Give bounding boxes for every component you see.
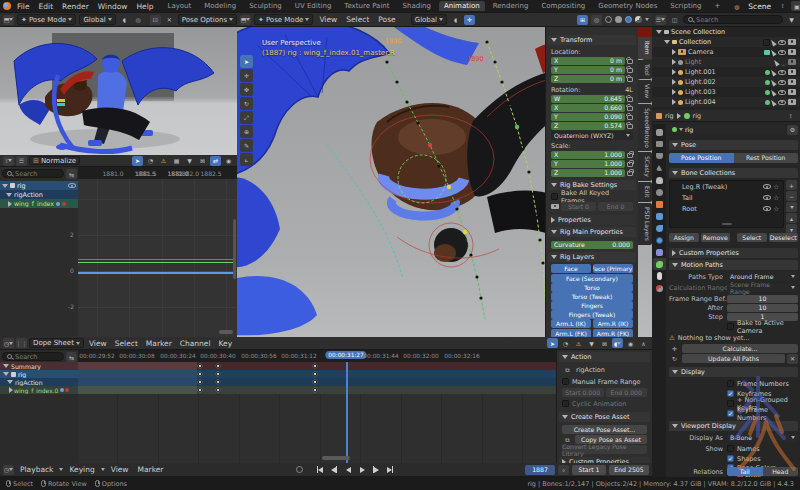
- selectable-icon[interactable]: [771, 78, 777, 86]
- menu-keying[interactable]: Keying: [66, 465, 97, 474]
- lock-icon[interactable]: [627, 97, 633, 102]
- lock-icon[interactable]: [627, 124, 633, 129]
- previous-keyframe-icon[interactable]: [329, 465, 340, 475]
- armature-id-selector[interactable]: rig: [669, 125, 785, 134]
- world-tab-icon[interactable]: [653, 186, 666, 198]
- pose-options-dropdown[interactable]: Pose Options: [178, 14, 237, 25]
- tool-move-icon[interactable]: ✜: [240, 83, 253, 96]
- menu-view[interactable]: View: [86, 339, 110, 348]
- proportional-icon[interactable]: ⊠: [599, 338, 610, 348]
- menu-window[interactable]: Window: [95, 2, 131, 11]
- selectable-icon[interactable]: [771, 98, 777, 106]
- frame-start-field[interactable]: Start 1: [572, 465, 606, 475]
- play-icon[interactable]: [357, 465, 368, 475]
- view-layer-tab-icon[interactable]: [653, 162, 666, 174]
- tab-item[interactable]: Item: [638, 37, 652, 59]
- shading-rendered-icon[interactable]: [635, 16, 642, 23]
- bone-tab-icon[interactable]: [653, 270, 666, 282]
- cyclic-checkbox[interactable]: [562, 400, 569, 407]
- workspace-tab-layout[interactable]: Layout: [162, 1, 196, 11]
- bake-all-checkbox[interactable]: [551, 193, 558, 200]
- create-pose-asset-section-header[interactable]: Create Pose Asset: [559, 412, 650, 422]
- constraints-tab-icon[interactable]: [653, 246, 666, 258]
- move-up-icon[interactable]: ▴: [786, 213, 797, 223]
- menu-edit[interactable]: Edit: [36, 2, 57, 11]
- workspace-tab-scripting[interactable]: Scripting: [665, 1, 706, 11]
- jump-to-end-icon[interactable]: [385, 465, 396, 475]
- dope-mode-icon[interactable]: ⋮⋮: [16, 338, 27, 348]
- workspace-tab-texture-paint[interactable]: Texture Paint: [339, 1, 394, 11]
- frame-range-before-field[interactable]: 10: [727, 295, 798, 303]
- convert-legacy-button[interactable]: Convert Legacy Pose Library: [562, 445, 647, 454]
- eye-icon[interactable]: [763, 195, 771, 200]
- pivot-icon[interactable]: ◉: [223, 156, 234, 166]
- motion-paths-section-header[interactable]: Motion Paths: [669, 260, 798, 270]
- menu-channel[interactable]: Channel: [177, 339, 214, 348]
- copy-icon[interactable]: ∧: [638, 338, 649, 348]
- proportional-edit-icon[interactable]: ◎: [133, 15, 144, 25]
- eye-icon[interactable]: [778, 40, 786, 45]
- solo-star-icon[interactable]: ☆: [773, 205, 779, 213]
- current-frame-badge[interactable]: 00:00:31:27: [325, 351, 366, 359]
- rig-layer-button[interactable]: Arm.R (FK): [593, 329, 633, 337]
- pose-section-header[interactable]: Pose: [669, 140, 798, 150]
- outliner-row-light-004[interactable]: Light.004: [652, 97, 800, 107]
- outliner-row-camera[interactable]: Camera: [652, 47, 800, 57]
- render-tab-icon[interactable]: [653, 138, 666, 150]
- list-grip[interactable]: [722, 223, 732, 225]
- graph-scrollbar-vertical[interactable]: [233, 219, 236, 279]
- graph-channel-rig[interactable]: rig: [0, 181, 78, 190]
- search-flip-icon[interactable]: ⇆: [66, 352, 77, 362]
- ghost-frames-icon[interactable]: ◔: [145, 156, 156, 166]
- render-visibility-icon[interactable]: [788, 69, 796, 75]
- outliner-row-scene-collection[interactable]: Scene Collection: [652, 27, 800, 37]
- shapes-checkbox[interactable]: ✓: [727, 455, 734, 462]
- rotation-z-field[interactable]: Z0.574: [551, 122, 625, 130]
- outliner-row-light-001[interactable]: Light.001: [652, 67, 800, 77]
- location-x-field[interactable]: X0 m: [551, 57, 625, 65]
- rotation-mode-badge[interactable]: 4L: [625, 86, 633, 94]
- object-data-tab-icon[interactable]: [653, 258, 666, 270]
- gear-icon[interactable]: ⚙: [787, 125, 798, 135]
- mute-icon[interactable]: [65, 388, 69, 392]
- graph-zoom-widget[interactable]: [219, 330, 233, 334]
- eye-icon[interactable]: [778, 90, 786, 95]
- dope-search[interactable]: [2, 352, 64, 361]
- create-pose-asset-button[interactable]: Create Pose Asset...: [562, 425, 647, 434]
- bake-to-camera-checkbox[interactable]: [727, 323, 734, 330]
- curvature-slider[interactable]: Curvature0.000: [551, 241, 633, 249]
- rig-layers-section-header[interactable]: Rig Layers: [548, 252, 636, 262]
- tool-tab-icon[interactable]: [653, 126, 666, 138]
- close-icon[interactable]: ✕: [164, 15, 175, 25]
- shading-dropdown-icon[interactable]: [645, 18, 649, 21]
- menu-select[interactable]: Select: [343, 15, 372, 24]
- snap-magnet-icon[interactable]: ◖: [119, 15, 130, 25]
- editor-type-icon[interactable]: ◷: [3, 465, 14, 475]
- graph-curve-area[interactable]: [78, 179, 237, 337]
- dope-channel-rig[interactable]: rig: [0, 370, 78, 378]
- outliner-row-light[interactable]: Light‿: [652, 57, 800, 67]
- rig-layer-button[interactable]: Face (Primary): [593, 264, 633, 273]
- auto-keying-icon[interactable]: [296, 466, 303, 473]
- left-mode-dropdown[interactable]: ✦Pose Mode: [17, 14, 76, 25]
- tab-speedretopo[interactable]: SpeedRetopo: [638, 104, 652, 152]
- tab-scasty[interactable]: SCasty: [638, 152, 652, 181]
- material-t ab-icon[interactable]: [653, 282, 666, 294]
- rig-main-section-header[interactable]: Rig Main Properties: [548, 227, 636, 237]
- menu-render[interactable]: Render: [59, 2, 92, 11]
- menu-file[interactable]: File: [14, 2, 33, 11]
- menu-view[interactable]: View: [316, 15, 340, 24]
- lock-icon[interactable]: [627, 162, 633, 167]
- eye-icon[interactable]: [778, 70, 786, 75]
- eye-icon[interactable]: [763, 206, 771, 211]
- collection-checkbox[interactable]: [763, 39, 770, 46]
- menu-help[interactable]: Help: [133, 2, 156, 11]
- bone-collection-item[interactable]: Leg.R (Tweak)☆: [670, 181, 783, 192]
- select-button[interactable]: Select: [737, 233, 767, 242]
- names-checkbox[interactable]: [727, 445, 734, 452]
- camera-icon[interactable]: [551, 204, 559, 210]
- play-reverse-icon[interactable]: [343, 465, 354, 475]
- render-visibility-icon[interactable]: [788, 89, 796, 95]
- physics-tab-icon[interactable]: [653, 234, 666, 246]
- eye-icon[interactable]: [68, 183, 76, 188]
